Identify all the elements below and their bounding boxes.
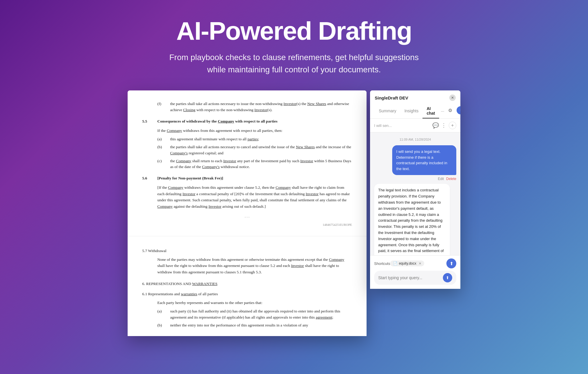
chat-app-name: SingleDraft DEV [375, 95, 408, 100]
info-icon-btn[interactable]: i [457, 106, 460, 114]
section-5-7-text: None of the parties may withdraw from th… [157, 256, 352, 275]
chat-message-actions: Edit Delete [438, 177, 456, 181]
delete-message-button[interactable]: Delete [446, 177, 456, 181]
doc-item-f: (f) the parties shall take all actions n… [157, 101, 352, 113]
chat-title-row: SingleDraft DEV ✕ [375, 95, 456, 101]
section-6-header: 6. REPRESENTATIONS AND WARRANTIES [142, 281, 352, 287]
document-page-1: (f) the parties shall take all actions n… [128, 90, 367, 236]
investor-link-1: Investor [284, 102, 296, 106]
file-tag-name: equity.docx [399, 261, 416, 265]
section-5-5-num: 5.5 [142, 118, 152, 125]
chat-search-preview[interactable]: I will sen... [374, 123, 430, 128]
doc-6-1-a: (a) such party (i) has full authority an… [157, 308, 352, 321]
section-6-num: 6. [142, 282, 145, 286]
tab-insights[interactable]: Insights [400, 106, 422, 116]
content-area: (f) the parties shall take all actions n… [0, 90, 588, 336]
shortcuts-label: Shortcuts [374, 261, 390, 266]
document-page-2: 5.7 Withdrawal None of the parties may w… [128, 236, 367, 336]
section-5-6-num: 5.6 [142, 175, 152, 181]
section-6-1-num: 6.1 [142, 292, 147, 296]
chat-search-bar: I will sen... 💬 ⋮ + [370, 119, 460, 132]
section-5-5-title: Consequences of withdrawal by the Compan… [157, 118, 277, 125]
chat-text-input[interactable] [378, 275, 441, 280]
section-6-1-title: Representations and warranties of all pa… [148, 292, 218, 296]
chat-emoji-icon: 💬 [432, 122, 439, 129]
chat-timestamp: 11:09 AM, 11/28/2024 [374, 138, 456, 141]
main-heading: AI-Powered Drafting [6, 18, 582, 44]
chat-panel: SingleDraft DEV ✕ Summary Insights AI ch… [370, 90, 460, 289]
page-number-1: - - - [142, 212, 352, 222]
closing-link: Closing [183, 108, 196, 112]
chat-header: SingleDraft DEV ✕ Summary Insights AI ch… [370, 90, 460, 119]
tab-summary[interactable]: Summary [375, 106, 400, 116]
section-5-5-header: 5.5 Consequences of withdrawal by the Co… [142, 118, 352, 125]
doc-5-5-b: (b) the parties shall take all actions n… [157, 144, 352, 156]
section-6-1-text: Each party hereby represents and warrant… [157, 300, 352, 306]
send-button[interactable]: ⬆ [446, 258, 456, 268]
chat-search-dots[interactable]: ⋮ [441, 122, 446, 129]
shortcuts-row: Shortcuts 📄 equity.docx ✕ ⬆ [374, 258, 456, 268]
page-header: AI-Powered Drafting From playbook checks… [0, 0, 588, 90]
chat-header-icons: ⚙ i [446, 106, 460, 116]
section-5-6-title: [Penalty for Non-payment (Break Fee)] [157, 175, 223, 181]
section-6-title: REPRESENTATIONS AND WARRANTIES [146, 282, 218, 286]
chat-body: 11:09 AM, 11/28/2024 I will send you a l… [370, 132, 460, 255]
edit-message-button[interactable]: Edit [438, 177, 444, 181]
section-5-7-header: 5.7 Withdrawal [142, 248, 352, 254]
file-tag[interactable]: 📄 equity.docx ✕ [390, 261, 424, 266]
page-ref-1: 1484675425\EUROPE [142, 222, 352, 230]
doc-5-5-c: (c) the Company shall return to each Inv… [157, 158, 352, 170]
investor-link-2: Investor [254, 108, 267, 112]
new-shares-link: New Shares [307, 102, 326, 106]
section-5-5-intro: If the Company withdraws from this agree… [157, 127, 352, 134]
chat-footer: Shortcuts 📄 equity.docx ✕ ⬆ ⬆ [370, 255, 460, 289]
chat-tabs: Summary Insights AI chat ··· ⚙ i [375, 104, 456, 118]
document-panel: (f) the parties shall take all actions n… [128, 90, 367, 336]
file-icon: 📄 [393, 261, 397, 265]
section-5-7-num: 5.7 [142, 249, 147, 253]
chat-close-button[interactable]: ✕ [449, 95, 456, 101]
tab-more-dots[interactable]: ··· [439, 106, 446, 116]
section-6-1-header: 6.1 Representations and warranties of al… [142, 291, 352, 297]
doc-6-1-b: (b) neither the entry into nor the perfo… [157, 322, 352, 328]
section-5-6-header: 5.6 [Penalty for Non-payment (Break Fee)… [142, 175, 352, 181]
ai-response-bubble: The legal text includes a contractual pe… [374, 184, 450, 255]
main-subtitle: From playbook checks to clause refinemen… [163, 51, 425, 76]
chat-add-button[interactable]: + [449, 122, 456, 129]
file-tag-close[interactable]: ✕ [419, 262, 421, 265]
user-message-bubble: I will send you a legal text. Determine … [392, 145, 456, 175]
settings-icon-btn[interactable]: ⚙ [446, 106, 454, 114]
doc-5-5-a: (a) this agreement shall terminate with … [157, 136, 352, 142]
chat-input-row: ⬆ [374, 271, 456, 285]
tab-ai-chat[interactable]: AI chat [422, 104, 439, 118]
chat-submit-button[interactable]: ⬆ [443, 273, 452, 282]
section-5-6-text: [If the Company withdraws from this agre… [157, 184, 352, 209]
section-5-7-title: Withdrawal [148, 249, 166, 253]
